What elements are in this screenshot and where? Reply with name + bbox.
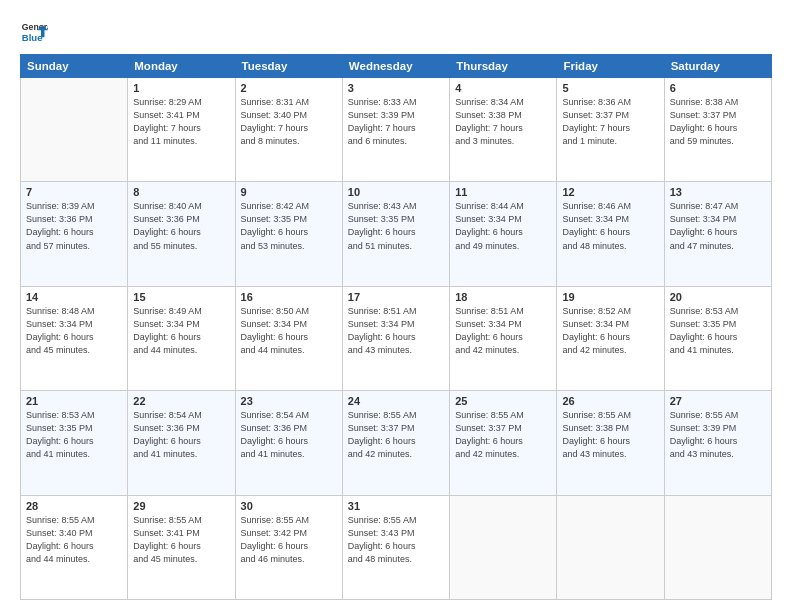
day-info: Sunrise: 8:38 AM Sunset: 3:37 PM Dayligh… bbox=[670, 96, 766, 148]
day-number: 11 bbox=[455, 186, 551, 198]
day-cell-11: 11Sunrise: 8:44 AM Sunset: 3:34 PM Dayli… bbox=[450, 182, 557, 286]
day-number: 31 bbox=[348, 500, 444, 512]
day-info: Sunrise: 8:46 AM Sunset: 3:34 PM Dayligh… bbox=[562, 200, 658, 252]
day-cell-9: 9Sunrise: 8:42 AM Sunset: 3:35 PM Daylig… bbox=[235, 182, 342, 286]
day-info: Sunrise: 8:55 AM Sunset: 3:37 PM Dayligh… bbox=[455, 409, 551, 461]
day-info: Sunrise: 8:55 AM Sunset: 3:38 PM Dayligh… bbox=[562, 409, 658, 461]
day-info: Sunrise: 8:51 AM Sunset: 3:34 PM Dayligh… bbox=[455, 305, 551, 357]
empty-cell bbox=[664, 495, 771, 599]
day-number: 15 bbox=[133, 291, 229, 303]
day-number: 1 bbox=[133, 82, 229, 94]
weekday-header-friday: Friday bbox=[557, 55, 664, 78]
day-info: Sunrise: 8:49 AM Sunset: 3:34 PM Dayligh… bbox=[133, 305, 229, 357]
day-info: Sunrise: 8:44 AM Sunset: 3:34 PM Dayligh… bbox=[455, 200, 551, 252]
day-number: 7 bbox=[26, 186, 122, 198]
day-number: 28 bbox=[26, 500, 122, 512]
weekday-header-row: SundayMondayTuesdayWednesdayThursdayFrid… bbox=[21, 55, 772, 78]
day-info: Sunrise: 8:55 AM Sunset: 3:43 PM Dayligh… bbox=[348, 514, 444, 566]
calendar-body: 1Sunrise: 8:29 AM Sunset: 3:41 PM Daylig… bbox=[21, 78, 772, 600]
day-number: 2 bbox=[241, 82, 337, 94]
day-number: 19 bbox=[562, 291, 658, 303]
day-number: 3 bbox=[348, 82, 444, 94]
day-info: Sunrise: 8:31 AM Sunset: 3:40 PM Dayligh… bbox=[241, 96, 337, 148]
day-info: Sunrise: 8:51 AM Sunset: 3:34 PM Dayligh… bbox=[348, 305, 444, 357]
day-cell-30: 30Sunrise: 8:55 AM Sunset: 3:42 PM Dayli… bbox=[235, 495, 342, 599]
day-cell-27: 27Sunrise: 8:55 AM Sunset: 3:39 PM Dayli… bbox=[664, 391, 771, 495]
empty-cell bbox=[450, 495, 557, 599]
day-number: 30 bbox=[241, 500, 337, 512]
weekday-header-saturday: Saturday bbox=[664, 55, 771, 78]
day-cell-10: 10Sunrise: 8:43 AM Sunset: 3:35 PM Dayli… bbox=[342, 182, 449, 286]
day-info: Sunrise: 8:48 AM Sunset: 3:34 PM Dayligh… bbox=[26, 305, 122, 357]
weekday-header-tuesday: Tuesday bbox=[235, 55, 342, 78]
day-cell-3: 3Sunrise: 8:33 AM Sunset: 3:39 PM Daylig… bbox=[342, 78, 449, 182]
day-cell-14: 14Sunrise: 8:48 AM Sunset: 3:34 PM Dayli… bbox=[21, 286, 128, 390]
day-info: Sunrise: 8:29 AM Sunset: 3:41 PM Dayligh… bbox=[133, 96, 229, 148]
day-info: Sunrise: 8:53 AM Sunset: 3:35 PM Dayligh… bbox=[670, 305, 766, 357]
day-number: 5 bbox=[562, 82, 658, 94]
week-row-2: 14Sunrise: 8:48 AM Sunset: 3:34 PM Dayli… bbox=[21, 286, 772, 390]
day-number: 17 bbox=[348, 291, 444, 303]
day-info: Sunrise: 8:53 AM Sunset: 3:35 PM Dayligh… bbox=[26, 409, 122, 461]
day-cell-15: 15Sunrise: 8:49 AM Sunset: 3:34 PM Dayli… bbox=[128, 286, 235, 390]
day-number: 20 bbox=[670, 291, 766, 303]
week-row-4: 28Sunrise: 8:55 AM Sunset: 3:40 PM Dayli… bbox=[21, 495, 772, 599]
day-number: 26 bbox=[562, 395, 658, 407]
day-cell-12: 12Sunrise: 8:46 AM Sunset: 3:34 PM Dayli… bbox=[557, 182, 664, 286]
day-info: Sunrise: 8:55 AM Sunset: 3:41 PM Dayligh… bbox=[133, 514, 229, 566]
day-info: Sunrise: 8:40 AM Sunset: 3:36 PM Dayligh… bbox=[133, 200, 229, 252]
day-number: 16 bbox=[241, 291, 337, 303]
logo-icon: General Blue bbox=[20, 18, 48, 46]
week-row-0: 1Sunrise: 8:29 AM Sunset: 3:41 PM Daylig… bbox=[21, 78, 772, 182]
day-number: 23 bbox=[241, 395, 337, 407]
day-cell-31: 31Sunrise: 8:55 AM Sunset: 3:43 PM Dayli… bbox=[342, 495, 449, 599]
day-info: Sunrise: 8:54 AM Sunset: 3:36 PM Dayligh… bbox=[241, 409, 337, 461]
day-cell-13: 13Sunrise: 8:47 AM Sunset: 3:34 PM Dayli… bbox=[664, 182, 771, 286]
header: General Blue bbox=[20, 18, 772, 46]
day-cell-28: 28Sunrise: 8:55 AM Sunset: 3:40 PM Dayli… bbox=[21, 495, 128, 599]
day-cell-6: 6Sunrise: 8:38 AM Sunset: 3:37 PM Daylig… bbox=[664, 78, 771, 182]
svg-text:Blue: Blue bbox=[22, 32, 43, 43]
day-cell-26: 26Sunrise: 8:55 AM Sunset: 3:38 PM Dayli… bbox=[557, 391, 664, 495]
week-row-3: 21Sunrise: 8:53 AM Sunset: 3:35 PM Dayli… bbox=[21, 391, 772, 495]
day-cell-20: 20Sunrise: 8:53 AM Sunset: 3:35 PM Dayli… bbox=[664, 286, 771, 390]
day-number: 24 bbox=[348, 395, 444, 407]
day-cell-22: 22Sunrise: 8:54 AM Sunset: 3:36 PM Dayli… bbox=[128, 391, 235, 495]
day-cell-29: 29Sunrise: 8:55 AM Sunset: 3:41 PM Dayli… bbox=[128, 495, 235, 599]
day-info: Sunrise: 8:39 AM Sunset: 3:36 PM Dayligh… bbox=[26, 200, 122, 252]
day-cell-5: 5Sunrise: 8:36 AM Sunset: 3:37 PM Daylig… bbox=[557, 78, 664, 182]
day-info: Sunrise: 8:42 AM Sunset: 3:35 PM Dayligh… bbox=[241, 200, 337, 252]
calendar-table: SundayMondayTuesdayWednesdayThursdayFrid… bbox=[20, 54, 772, 600]
day-cell-21: 21Sunrise: 8:53 AM Sunset: 3:35 PM Dayli… bbox=[21, 391, 128, 495]
day-number: 8 bbox=[133, 186, 229, 198]
day-info: Sunrise: 8:36 AM Sunset: 3:37 PM Dayligh… bbox=[562, 96, 658, 148]
day-number: 13 bbox=[670, 186, 766, 198]
weekday-header-sunday: Sunday bbox=[21, 55, 128, 78]
day-info: Sunrise: 8:43 AM Sunset: 3:35 PM Dayligh… bbox=[348, 200, 444, 252]
day-cell-8: 8Sunrise: 8:40 AM Sunset: 3:36 PM Daylig… bbox=[128, 182, 235, 286]
weekday-header-monday: Monday bbox=[128, 55, 235, 78]
day-cell-23: 23Sunrise: 8:54 AM Sunset: 3:36 PM Dayli… bbox=[235, 391, 342, 495]
day-cell-7: 7Sunrise: 8:39 AM Sunset: 3:36 PM Daylig… bbox=[21, 182, 128, 286]
day-cell-4: 4Sunrise: 8:34 AM Sunset: 3:38 PM Daylig… bbox=[450, 78, 557, 182]
day-info: Sunrise: 8:54 AM Sunset: 3:36 PM Dayligh… bbox=[133, 409, 229, 461]
day-info: Sunrise: 8:33 AM Sunset: 3:39 PM Dayligh… bbox=[348, 96, 444, 148]
day-number: 27 bbox=[670, 395, 766, 407]
day-info: Sunrise: 8:55 AM Sunset: 3:39 PM Dayligh… bbox=[670, 409, 766, 461]
day-number: 18 bbox=[455, 291, 551, 303]
day-info: Sunrise: 8:50 AM Sunset: 3:34 PM Dayligh… bbox=[241, 305, 337, 357]
day-cell-25: 25Sunrise: 8:55 AM Sunset: 3:37 PM Dayli… bbox=[450, 391, 557, 495]
calendar-page: General Blue SundayMondayTuesdayWednesda… bbox=[0, 0, 792, 612]
empty-cell bbox=[21, 78, 128, 182]
day-info: Sunrise: 8:52 AM Sunset: 3:34 PM Dayligh… bbox=[562, 305, 658, 357]
week-row-1: 7Sunrise: 8:39 AM Sunset: 3:36 PM Daylig… bbox=[21, 182, 772, 286]
day-number: 29 bbox=[133, 500, 229, 512]
day-info: Sunrise: 8:47 AM Sunset: 3:34 PM Dayligh… bbox=[670, 200, 766, 252]
day-number: 14 bbox=[26, 291, 122, 303]
day-number: 25 bbox=[455, 395, 551, 407]
day-info: Sunrise: 8:34 AM Sunset: 3:38 PM Dayligh… bbox=[455, 96, 551, 148]
day-info: Sunrise: 8:55 AM Sunset: 3:37 PM Dayligh… bbox=[348, 409, 444, 461]
day-number: 9 bbox=[241, 186, 337, 198]
day-number: 12 bbox=[562, 186, 658, 198]
day-cell-16: 16Sunrise: 8:50 AM Sunset: 3:34 PM Dayli… bbox=[235, 286, 342, 390]
